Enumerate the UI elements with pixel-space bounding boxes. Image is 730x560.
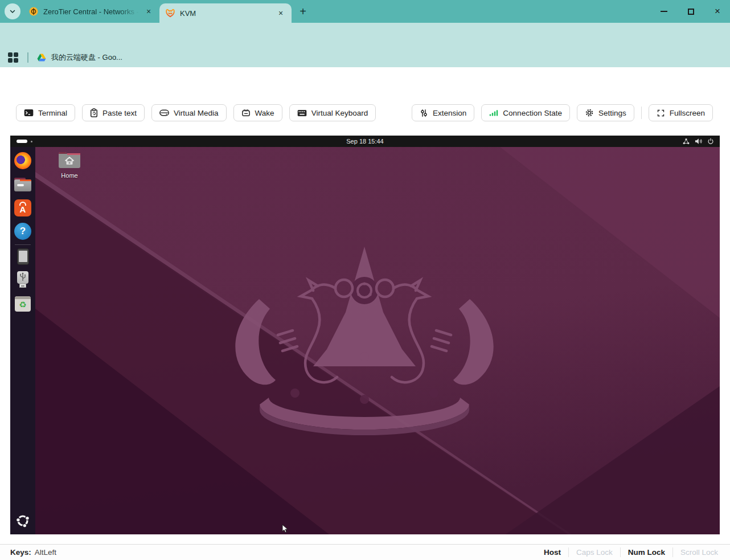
terminal-icon <box>24 109 34 117</box>
dock-item-files[interactable] <box>14 175 32 194</box>
desktop-shortcut-home[interactable]: Home <box>48 150 91 179</box>
maximize-button[interactable] <box>678 0 704 23</box>
tab-close-button[interactable]: × <box>143 6 154 17</box>
drive-icon <box>159 109 169 117</box>
kvm-toolbar: Terminal Paste text Virtual Media Wake V… <box>0 104 730 122</box>
dock-item-help[interactable]: ? <box>14 222 32 240</box>
dock-item-usb-drive[interactable] <box>14 271 32 289</box>
bookmark-label: 我的云端硬盘 - Goo... <box>51 52 122 63</box>
signal-bars-icon <box>489 109 498 117</box>
bookmarks-bar: 我的云端硬盘 - Goo... <box>0 48 730 67</box>
shortcut-label: Home <box>48 172 91 179</box>
ubuntu-top-bar: Sep 18 15:44 <box>10 136 720 147</box>
dock: A ? ♻ <box>10 147 35 534</box>
app-header: LUCKFOX KVM Device Connected USB Connect… <box>0 67 730 103</box>
toolbar-divider <box>641 107 642 119</box>
mouse-cursor <box>282 524 289 533</box>
dock-item-ubuntu-logo[interactable] <box>14 512 32 530</box>
browser-window: ZeroTier Central - Networks - 9 × KVM × … <box>0 0 730 560</box>
dock-item-device[interactable] <box>14 247 32 265</box>
bookmark-item[interactable]: 我的云端硬盘 - Goo... <box>36 52 122 63</box>
bookmarks-divider <box>27 52 28 63</box>
network-icon <box>683 138 690 145</box>
virtual-keyboard-icon <box>297 109 307 117</box>
lock-indicators: Host Caps Lock Num Lock Scroll Lock <box>536 545 725 560</box>
clipboard-icon <box>90 108 98 117</box>
tab-title: ZeroTier Central - Networks - 9 <box>43 7 139 16</box>
kvm-status-bar: Keys:AltLeft Host Caps Lock Num Lock Scr… <box>0 544 730 560</box>
connection-state-button[interactable]: Connection State <box>481 104 570 121</box>
tab-kvm[interactable]: KVM × <box>159 3 292 23</box>
luckfox-favicon <box>165 8 175 18</box>
volume-icon <box>695 138 702 145</box>
button-label: Paste text <box>102 109 137 117</box>
indicator-caps-lock[interactable]: Caps Lock <box>568 547 620 557</box>
button-label: Connection State <box>503 109 562 117</box>
dock-divider <box>15 244 31 245</box>
remote-desktop-view[interactable]: Sep 18 15:44 A ? <box>10 136 720 534</box>
tune-icon <box>420 109 428 117</box>
button-label: Wake <box>255 109 274 117</box>
device-icon <box>17 248 29 265</box>
fullscreen-button[interactable]: Fullscreen <box>649 104 713 121</box>
virtual-keyboard-button[interactable]: Virtual Keyboard <box>289 104 376 121</box>
ubuntu-logo-icon <box>15 513 31 529</box>
files-icon <box>14 178 31 191</box>
keys-status: Keys:AltLeft <box>10 548 56 557</box>
button-label: Virtual Keyboard <box>311 109 368 117</box>
gear-icon <box>585 108 594 117</box>
tab-strip: ZeroTier Central - Networks - 9 × KVM × … <box>0 0 730 23</box>
keys-value: AltLeft <box>35 548 56 557</box>
new-tab-button[interactable]: + <box>296 5 310 18</box>
tab-close-button[interactable]: × <box>276 8 286 18</box>
google-drive-icon <box>36 53 47 63</box>
button-label: Settings <box>598 109 626 117</box>
zerotier-favicon <box>28 6 39 17</box>
indicator-num-lock[interactable]: Num Lock <box>620 547 672 557</box>
system-tray[interactable] <box>683 136 714 147</box>
button-label: Terminal <box>38 109 67 117</box>
settings-button[interactable]: Settings <box>577 104 634 121</box>
firefox-icon <box>14 152 31 169</box>
dock-item-trash[interactable]: ♻ <box>14 295 32 313</box>
help-icon: ? <box>14 223 31 240</box>
usb-drive-icon <box>17 271 28 288</box>
minimize-icon <box>661 11 667 12</box>
close-window-button[interactable]: × <box>704 0 730 23</box>
tab-title: KVM <box>180 9 271 18</box>
indicator-scroll-lock[interactable]: Scroll Lock <box>672 547 725 557</box>
navigation-bar: 不安全 192.168.196.151 GA <box>0 23 730 48</box>
desktop-clock[interactable]: Sep 18 15:44 <box>10 136 720 147</box>
apps-grid-icon[interactable] <box>8 52 18 63</box>
ubuntu-software-icon: A <box>14 199 31 216</box>
terminal-button[interactable]: Terminal <box>16 104 75 121</box>
virtual-media-button[interactable]: Virtual Media <box>151 104 227 121</box>
tab-zerotier[interactable]: ZeroTier Central - Networks - 9 × <box>23 0 159 23</box>
maximize-icon <box>688 9 694 15</box>
dock-item-ubuntu-software[interactable]: A <box>14 199 32 217</box>
button-label: Fullscreen <box>670 109 705 117</box>
minimize-button[interactable] <box>651 0 677 23</box>
keys-label: Keys: <box>10 548 31 557</box>
button-label: Virtual Media <box>174 109 219 117</box>
paste-text-button[interactable]: Paste text <box>82 104 145 121</box>
power-icon <box>707 138 714 145</box>
button-label: Extension <box>433 109 466 117</box>
home-folder-icon <box>58 150 81 170</box>
wake-button[interactable]: Wake <box>233 104 282 121</box>
dock-item-firefox[interactable] <box>14 152 32 170</box>
chevron-down-icon <box>9 7 17 15</box>
desktop-wallpaper <box>10 147 720 534</box>
extension-button[interactable]: Extension <box>412 104 474 121</box>
tab-search-button[interactable] <box>5 3 20 19</box>
wake-icon <box>241 109 251 117</box>
fullscreen-icon <box>657 109 665 117</box>
indicator-host[interactable]: Host <box>536 547 568 557</box>
trash-icon: ♻ <box>15 296 31 312</box>
